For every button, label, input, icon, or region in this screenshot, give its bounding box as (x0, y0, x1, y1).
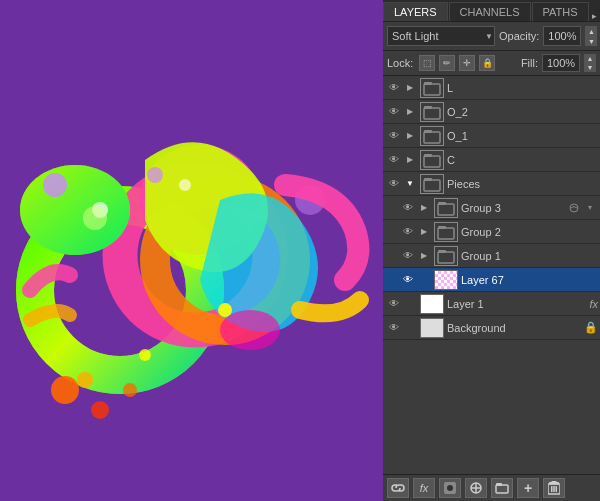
layer-name-Group1: Group 1 (461, 250, 598, 262)
lock-position-icon: ✛ (463, 58, 471, 68)
new-layer-button[interactable]: + (517, 478, 539, 498)
canvas-area (0, 0, 383, 501)
thumb-O1 (420, 126, 444, 146)
layer-item-Background[interactable]: 👁 Background 🔒 (383, 316, 600, 340)
group3-menu-badge[interactable]: ▾ (582, 200, 598, 216)
layer-item-Layer1[interactable]: 👁 Layer 1 fx (383, 292, 600, 316)
svg-rect-36 (438, 252, 454, 263)
opacity-input[interactable] (543, 26, 581, 46)
lock-transparent-icon: ⬚ (423, 58, 432, 68)
fill-input[interactable] (542, 54, 580, 72)
svg-point-9 (147, 167, 163, 183)
svg-rect-21 (424, 84, 440, 95)
thumb-Layer1 (420, 294, 444, 314)
svg-rect-35 (438, 226, 446, 229)
fx-button[interactable]: fx (413, 478, 435, 498)
svg-rect-27 (424, 156, 440, 167)
opacity-label: Opacity: (499, 30, 539, 42)
thumb-Background (420, 318, 444, 338)
layers-list[interactable]: 👁 ▶ L 👁 ▶ O_2 👁 ▶ O_1 👁 (383, 76, 600, 474)
layer-item-Group3[interactable]: 👁 ▶ Group 3 ▾ (383, 196, 600, 220)
svg-point-39 (447, 485, 453, 491)
lock-all-button[interactable]: 🔒 (479, 55, 495, 71)
fill-down-button[interactable]: ▼ (584, 63, 596, 72)
link-button[interactable] (387, 478, 409, 498)
expand-Group3[interactable]: ▶ (417, 201, 431, 215)
tab-channels[interactable]: CHANNELS (449, 2, 531, 21)
thumb-L (420, 78, 444, 98)
svg-point-8 (43, 173, 67, 197)
layer-item-O2[interactable]: 👁 ▶ O_2 (383, 100, 600, 124)
expand-C[interactable]: ▶ (403, 153, 417, 167)
fill-up-button[interactable]: ▲ (584, 54, 596, 63)
opacity-down-button[interactable]: ▼ (585, 36, 597, 46)
svg-rect-46 (556, 486, 558, 492)
eye-icon-Background[interactable]: 👁 (385, 319, 403, 337)
fx-badge-Layer1: fx (589, 298, 598, 310)
adjustment-button[interactable] (465, 478, 487, 498)
fill-label: Fill: (521, 57, 538, 69)
eye-icon-L[interactable]: 👁 (385, 79, 403, 97)
svg-rect-41 (496, 485, 508, 493)
lock-image-icon: ✏ (443, 58, 451, 68)
expand-Group1[interactable]: ▶ (417, 249, 431, 263)
lock-image-button[interactable]: ✏ (439, 55, 455, 71)
layer-item-C[interactable]: 👁 ▶ C (383, 148, 600, 172)
layer-name-Group3: Group 3 (461, 202, 566, 214)
svg-rect-29 (424, 180, 440, 191)
panel-footer: fx + (383, 474, 600, 501)
eye-icon-O1[interactable]: 👁 (385, 127, 403, 145)
layer-name-Background: Background (447, 322, 584, 334)
svg-rect-31 (438, 204, 454, 215)
eye-icon-Group3[interactable]: 👁 (399, 199, 417, 217)
layer-item-Pieces[interactable]: 👁 ▼ Pieces (383, 172, 600, 196)
expand-O1[interactable]: ▶ (403, 129, 417, 143)
opacity-wrapper (543, 26, 581, 46)
eye-icon-Group2[interactable]: 👁 (399, 223, 417, 241)
svg-rect-30 (424, 178, 432, 181)
blend-mode-row: Soft Light Normal Multiply Screen Overla… (383, 22, 600, 51)
eye-icon-C[interactable]: 👁 (385, 151, 403, 169)
layer-item-Layer67[interactable]: 👁 Layer 67 (383, 268, 600, 292)
tab-paths[interactable]: PATHS (532, 2, 589, 21)
layer-item-Group1[interactable]: 👁 ▶ Group 1 (383, 244, 600, 268)
eye-icon-Pieces[interactable]: 👁 (385, 175, 403, 193)
thumb-C (420, 150, 444, 170)
folder-button[interactable] (491, 478, 513, 498)
svg-point-18 (220, 310, 280, 350)
layers-panel: LAYERS CHANNELS PATHS ▸ Soft Light Norma… (383, 0, 600, 501)
expand-L[interactable]: ▶ (403, 81, 417, 95)
lock-position-button[interactable]: ✛ (459, 55, 475, 71)
thumb-O2 (420, 102, 444, 122)
layer-item-O1[interactable]: 👁 ▶ O_1 (383, 124, 600, 148)
expand-O2[interactable]: ▶ (403, 105, 417, 119)
svg-rect-48 (552, 481, 557, 483)
mask-button[interactable] (439, 478, 461, 498)
svg-rect-28 (424, 154, 432, 157)
opacity-stepper: ▲ ▼ (585, 26, 597, 46)
eye-icon-Layer67[interactable]: 👁 (399, 271, 417, 289)
svg-point-6 (20, 165, 130, 255)
panel-tabs: LAYERS CHANNELS PATHS ▸ (383, 0, 600, 22)
svg-point-19 (91, 401, 109, 419)
svg-point-20 (123, 383, 137, 397)
blend-mode-wrapper: Soft Light Normal Multiply Screen Overla… (387, 26, 495, 46)
layer-name-Pieces: Pieces (447, 178, 598, 190)
svg-rect-26 (424, 130, 432, 133)
opacity-up-button[interactable]: ▲ (585, 26, 597, 36)
eye-icon-Layer1[interactable]: 👁 (385, 295, 403, 313)
group3-link-badge (566, 200, 582, 216)
layer-item-Group2[interactable]: 👁 ▶ Group 2 (383, 220, 600, 244)
eye-icon-Group1[interactable]: 👁 (399, 247, 417, 265)
expand-Pieces[interactable]: ▼ (403, 177, 417, 191)
panel-menu-icon[interactable]: ▸ (590, 11, 600, 21)
lock-transparent-button[interactable]: ⬚ (419, 55, 435, 71)
layer-item-L[interactable]: 👁 ▶ L (383, 76, 600, 100)
tab-layers[interactable]: LAYERS (383, 2, 448, 21)
blend-mode-select[interactable]: Soft Light Normal Multiply Screen Overla… (387, 26, 495, 46)
svg-rect-44 (551, 486, 553, 492)
delete-button[interactable] (543, 478, 565, 498)
layer-name-Layer1: Layer 1 (447, 298, 587, 310)
expand-Group2[interactable]: ▶ (417, 225, 431, 239)
eye-icon-O2[interactable]: 👁 (385, 103, 403, 121)
